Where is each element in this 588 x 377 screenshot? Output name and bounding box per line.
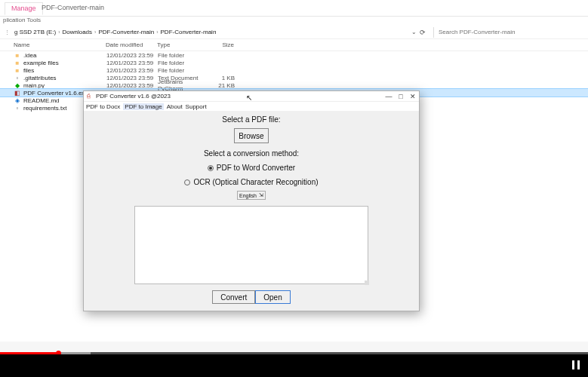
txt-icon: ▫	[14, 105, 21, 111]
table-row[interactable]: ■example files12/01/2023 23:59File folde…	[0, 59, 588, 66]
file-name: .gitattributes	[23, 75, 106, 81]
file-type: File folder	[158, 60, 205, 66]
address-bar: ⋮ g SSD 2TB (E:) › Downloads › PDF-Conve…	[0, 26, 588, 39]
dialog-title: PDF Converter v1.6 @2023	[96, 93, 171, 100]
exe-icon: ◧	[14, 90, 21, 96]
file-date: 12/01/2023 23:59	[106, 60, 158, 66]
app-icon: ⎙	[87, 93, 94, 100]
pause-icon[interactable]	[572, 360, 580, 369]
language-value: English	[239, 193, 257, 198]
file-name: main.py	[23, 82, 106, 89]
file-type: File folder	[158, 52, 205, 59]
md-icon: ◈	[14, 97, 21, 103]
folder-icon: ■	[14, 52, 21, 58]
file-size: 21 KB	[205, 82, 235, 89]
address-dropdown-icon[interactable]: ⌄	[411, 29, 417, 35]
folder-icon: ■	[14, 60, 21, 66]
file-size: 1 KB	[205, 75, 235, 81]
details-pane	[0, 342, 588, 352]
cursor-icon: ↖	[246, 93, 252, 102]
select-file-label: Select a PDF file:	[84, 115, 419, 124]
radio-icon	[184, 179, 190, 185]
dialog-close-button[interactable]: ✕	[407, 93, 419, 100]
dialog-menubar: PDF to DocxPDF to ImageAboutSupport	[84, 102, 419, 111]
refresh-icon[interactable]: ⟳	[420, 29, 426, 36]
radio-icon	[208, 165, 214, 171]
select-method-label: Select a conversion method:	[84, 149, 419, 158]
pdf-converter-dialog: ⎙ PDF Converter v1.6 @2023 — □ ✕ PDF to …	[83, 90, 420, 311]
table-row[interactable]: ◆main.py12/01/2023 23:59JetBrains PyChar…	[0, 81, 588, 89]
ribbon: Manage PDF-Converter-main	[0, 0, 588, 17]
ribbon-tab-manage[interactable]: Manage	[5, 2, 43, 15]
breadcrumb-root[interactable]: g SSD 2TB (E:)	[14, 29, 56, 35]
menu-item[interactable]: PDF to Docx	[86, 103, 120, 110]
chevron-right-icon: ›	[156, 29, 158, 35]
output-textarea[interactable]	[134, 206, 368, 284]
col-type[interactable]: Type	[157, 41, 204, 48]
search-input[interactable]	[437, 28, 588, 36]
folder-icon: ■	[14, 67, 21, 73]
menu-item[interactable]: Support	[186, 103, 207, 110]
language-select[interactable]: English ⇲	[237, 191, 266, 200]
table-row[interactable]: ■files12/01/2023 23:59File folder	[0, 66, 588, 74]
history-dropdown-icon[interactable]: ⋮	[5, 29, 10, 35]
video-controls	[0, 354, 588, 377]
menu-item[interactable]: PDF to Image	[123, 103, 163, 110]
file-date: 12/01/2023 23:59	[106, 82, 158, 89]
col-name[interactable]: Name	[14, 41, 106, 48]
radio-label: OCR (Optical Character Recognition)	[193, 178, 318, 186]
column-headers[interactable]: Name Date modified Type Size	[0, 39, 588, 51]
breadcrumb-item[interactable]: PDF-Converter-main	[98, 29, 154, 35]
chevron-right-icon: ›	[58, 29, 60, 35]
file-name: files	[23, 67, 106, 74]
table-row[interactable]: ▫.gitattributes12/01/2023 23:59Text Docu…	[0, 74, 588, 81]
dialog-minimize-button[interactable]: —	[383, 93, 395, 100]
file-date: 12/01/2023 23:59	[106, 67, 158, 74]
dropdown-icon: ⇲	[259, 192, 263, 198]
file-type: File folder	[158, 67, 205, 74]
doc-icon: ▫	[14, 75, 21, 81]
chevron-right-icon: ›	[94, 29, 96, 35]
divider	[433, 27, 434, 38]
radio-ocr[interactable]: OCR (Optical Character Recognition)	[184, 178, 318, 186]
radio-pdf-to-word[interactable]: PDF to Word Converter	[208, 164, 295, 172]
browse-button[interactable]: Browse	[234, 128, 269, 143]
window-title: PDF-Converter-main	[42, 4, 104, 11]
menu-item[interactable]: About	[167, 103, 183, 110]
radio-label: PDF to Word Converter	[217, 164, 295, 172]
ribbon-subrow: plication Tools	[0, 17, 588, 26]
col-date[interactable]: Date modified	[106, 41, 157, 48]
file-name: example files	[23, 60, 106, 66]
file-name: .idea	[23, 52, 106, 59]
col-size[interactable]: Size	[204, 41, 234, 48]
convert-button[interactable]: Convert	[212, 290, 255, 304]
file-date: 12/01/2023 23:59	[106, 75, 158, 81]
breadcrumb-item[interactable]: Downloads	[62, 29, 92, 35]
file-date: 12/01/2023 23:59	[106, 52, 158, 59]
py-icon: ◆	[14, 82, 21, 88]
table-row[interactable]: ■.idea12/01/2023 23:59File folder	[0, 51, 588, 59]
open-button[interactable]: Open	[255, 290, 290, 304]
dialog-maximize-button[interactable]: □	[395, 93, 407, 100]
breadcrumb-item[interactable]: PDF-Converter-main	[161, 29, 217, 35]
